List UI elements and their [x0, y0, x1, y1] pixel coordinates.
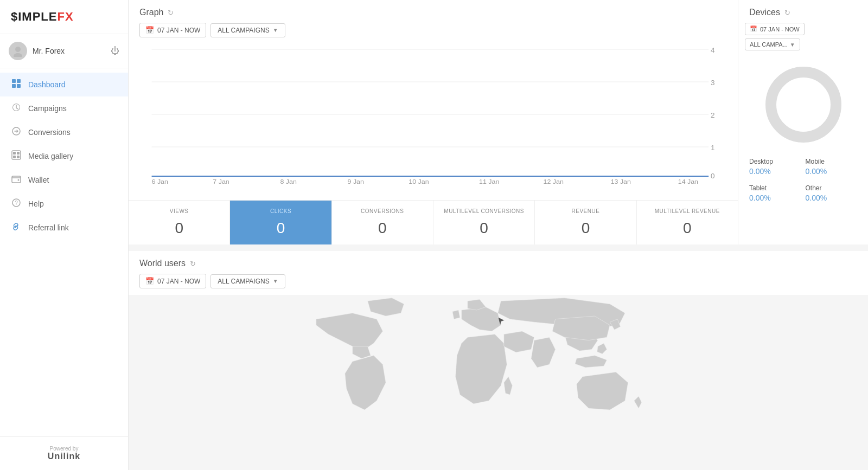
campaigns-icon [11, 102, 22, 114]
logo-simple: IMPLE [18, 10, 57, 23]
svg-rect-9 [17, 152, 20, 154]
powered-by-label: Powered by [11, 446, 117, 452]
sidebar-item-conversions[interactable]: Conversions [0, 120, 128, 144]
world-users-refresh-icon[interactable]: ↻ [190, 260, 196, 268]
sidebar-item-dashboard[interactable]: Dashboard [0, 73, 128, 96]
avatar [9, 42, 27, 60]
svg-point-1 [14, 53, 22, 57]
svg-text:6 Jan: 6 Jan [152, 178, 168, 185]
world-users-section: World users ↻ 📅 07 JAN - NOW ALL CAMPAIG… [129, 251, 868, 425]
device-mobile-label: Mobile [806, 158, 858, 165]
stat-revenue[interactable]: REVENUE 0 [535, 201, 636, 244]
unilink-brand: Unilink [11, 452, 117, 461]
svg-text:8 Jan: 8 Jan [280, 178, 296, 185]
svg-text:10 Jan: 10 Jan [409, 178, 429, 185]
device-desktop-label: Desktop [749, 158, 801, 165]
graph-panel: Graph ↻ 📅 07 JAN - NOW ALL CAMPAIGNS ▼ 4 [129, 0, 738, 244]
world-users-filter-bar: 📅 07 JAN - NOW ALL CAMPAIGNS ▼ [129, 274, 868, 295]
logo: $IMPLEFX [0, 0, 128, 34]
sidebar-item-wallet[interactable]: Wallet [0, 168, 128, 192]
svg-text:3: 3 [711, 79, 715, 87]
svg-text:13 Jan: 13 Jan [611, 178, 631, 185]
stat-revenue-value: 0 [539, 220, 631, 237]
graph-filter-bar: 📅 07 JAN - NOW ALL CAMPAIGNS ▼ [129, 23, 738, 44]
svg-text:0: 0 [711, 172, 715, 180]
svg-text:?: ? [15, 200, 18, 206]
sidebar-item-referral-link[interactable]: Referral link [0, 216, 128, 240]
sidebar-label-referral-link: Referral link [28, 223, 69, 232]
dashboard-icon [11, 79, 22, 91]
sidebar-item-help[interactable]: ? Help [0, 192, 128, 216]
world-users-campaign-label: ALL CAMPAIGNS [218, 278, 269, 285]
stat-conversions-value: 0 [336, 220, 429, 237]
graph-refresh-icon[interactable]: ↻ [168, 9, 174, 17]
device-other-value: 0.00% [806, 194, 858, 202]
svg-rect-3 [17, 79, 21, 83]
sidebar-item-campaigns[interactable]: Campaigns [0, 96, 128, 120]
svg-text:9 Jan: 9 Jan [348, 178, 364, 185]
world-campaign-dropdown-arrow: ▼ [273, 278, 278, 284]
svg-rect-10 [13, 156, 16, 158]
stat-multilevel-conversions[interactable]: MULTILEVEL CONVERSIONS 0 [433, 201, 535, 244]
graph-title: Graph [139, 8, 163, 17]
device-stat-mobile: Mobile 0.00% [803, 153, 860, 180]
svg-text:7 Jan: 7 Jan [213, 178, 229, 185]
user-name: Mr. Forex [33, 47, 65, 55]
svg-rect-4 [12, 84, 16, 88]
stats-row: VIEWS 0 CLICKS 0 CONVERSIONS 0 MULTILEVE… [129, 200, 738, 244]
sidebar-label-campaigns: Campaigns [28, 104, 67, 113]
world-calendar-icon: 📅 [145, 277, 154, 285]
stat-multilevel-revenue[interactable]: MULTILEVEL REVENUE 0 [637, 201, 738, 244]
user-info: Mr. Forex [9, 42, 65, 60]
device-other-label: Other [806, 184, 858, 192]
nav-menu: Dashboard Campaigns Conversions Media ga… [0, 68, 128, 436]
graph-campaign-button[interactable]: ALL CAMPAIGNS ▼ [210, 23, 285, 37]
stat-multilevel-conversions-value: 0 [438, 220, 530, 237]
referral-link-icon [11, 222, 22, 234]
stat-multilevel-revenue-label: MULTILEVEL REVENUE [641, 208, 733, 214]
stat-revenue-label: REVENUE [539, 208, 631, 214]
svg-text:1: 1 [711, 144, 715, 152]
stat-conversions-label: CONVERSIONS [336, 208, 429, 214]
chart-area: 4 3 2 1 0 6 Jan 7 Jan 8 Jan 9 Jan [129, 44, 738, 196]
svg-text:12 Jan: 12 Jan [544, 178, 564, 185]
top-panels: Graph ↻ 📅 07 JAN - NOW ALL CAMPAIGNS ▼ 4 [129, 0, 868, 244]
world-map-svg [129, 295, 868, 425]
devices-campaign-label: ALL CAMPA... [750, 41, 788, 48]
donut-chart-area [738, 56, 868, 153]
devices-calendar-icon: 📅 [750, 25, 757, 33]
svg-rect-5 [17, 84, 21, 88]
sidebar-item-media-gallery[interactable]: Media gallery [0, 144, 128, 168]
sidebar-label-wallet: Wallet [28, 176, 49, 184]
svg-point-35 [771, 72, 836, 137]
devices-date-button[interactable]: 📅 07 JAN - NOW [745, 23, 805, 35]
power-icon[interactable]: ⏻ [111, 46, 119, 56]
graph-date-label: 07 JAN - NOW [157, 27, 200, 34]
world-map-area [129, 295, 868, 425]
world-users-date-button[interactable]: 📅 07 JAN - NOW [139, 274, 206, 288]
devices-date-label: 07 JAN - NOW [760, 26, 800, 33]
stat-clicks[interactable]: CLICKS 0 [230, 201, 331, 244]
svg-text:2: 2 [711, 112, 715, 119]
stat-views-value: 0 [133, 220, 225, 237]
stat-conversions[interactable]: CONVERSIONS 0 [332, 201, 433, 244]
devices-panel: Devices ↻ 📅 07 JAN - NOW ALL CAMPA... ▼ [738, 0, 868, 244]
graph-date-button[interactable]: 📅 07 JAN - NOW [139, 23, 206, 37]
device-stat-other: Other 0.00% [803, 180, 860, 207]
device-tablet-label: Tablet [749, 184, 801, 192]
calendar-icon: 📅 [145, 26, 154, 34]
svg-text:14 Jan: 14 Jan [678, 178, 698, 185]
device-stat-tablet: Tablet 0.00% [747, 180, 803, 207]
graph-header: Graph ↻ [129, 0, 738, 23]
world-users-campaign-button[interactable]: ALL CAMPAIGNS ▼ [210, 274, 285, 288]
devices-header: Devices ↻ [738, 0, 868, 23]
world-users-date-label: 07 JAN - NOW [157, 278, 200, 285]
stat-views[interactable]: VIEWS 0 [129, 201, 230, 244]
chart-svg: 4 3 2 1 0 6 Jan 7 Jan 8 Jan 9 Jan [139, 44, 727, 185]
devices-campaign-button[interactable]: ALL CAMPA... ▼ [745, 38, 800, 50]
sidebar-label-dashboard: Dashboard [28, 80, 66, 89]
devices-title: Devices [749, 8, 780, 17]
sidebar-label-help: Help [28, 199, 44, 208]
svg-rect-11 [17, 156, 20, 158]
devices-refresh-icon[interactable]: ↻ [784, 9, 790, 17]
